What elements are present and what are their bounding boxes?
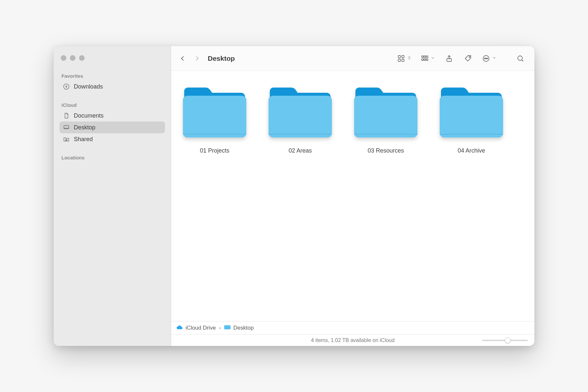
folder-label: 04 Archive [458,147,485,154]
sidebar-section-favorites: Favorites [59,73,165,81]
path-segment-icloud[interactable]: iCloud Drive [176,325,216,331]
window-title: Desktop [208,55,235,62]
folder-label: 02 Areas [288,147,312,154]
document-icon [63,112,70,119]
svg-rect-24 [224,325,230,329]
minimize-window-button[interactable] [70,55,75,61]
main-pane: Desktop [171,46,534,346]
status-text: 4 items, 1.02 TB available on iCloud [311,337,395,343]
svg-rect-6 [402,59,404,61]
sidebar-item-label: Shared [74,136,93,143]
slider-knob[interactable] [505,337,511,343]
folder-icon [267,85,334,141]
desktop-small-icon [224,325,231,331]
zoom-window-button[interactable] [79,55,85,61]
window-controls [59,53,165,61]
chevron-right-icon: › [219,325,221,331]
close-window-button[interactable] [61,55,66,61]
folder-label: 03 Resources [368,147,404,154]
sidebar-item-documents[interactable]: Documents [59,110,165,122]
folder-item[interactable]: 01 Projects [181,85,248,154]
svg-rect-11 [424,59,426,60]
sidebar-section-locations: Locations [59,155,165,162]
svg-point-14 [469,57,470,57]
folder-icon [438,85,505,141]
svg-rect-20 [183,96,246,138]
svg-point-17 [486,58,487,59]
forward-button[interactable] [192,54,202,63]
path-segment-label: iCloud Drive [186,325,216,331]
folder-icon [352,85,419,141]
svg-rect-8 [424,56,426,57]
tags-button[interactable] [463,54,473,63]
path-bar: iCloud Drive › Desktop [171,321,534,334]
svg-point-19 [518,56,522,60]
svg-point-18 [487,58,488,59]
sidebar-item-desktop[interactable]: Desktop [59,122,165,133]
download-icon [63,83,70,90]
svg-rect-7 [422,56,423,57]
chevron-down-icon [492,56,497,61]
group-by-button[interactable] [421,55,435,62]
folder-icon [181,85,248,141]
folder-item[interactable]: 02 Areas [267,85,334,154]
view-mode-button[interactable] [397,55,412,62]
sidebar: Favorites Downloads iCloud Documents Des… [54,46,171,346]
updown-icon [407,56,412,61]
svg-rect-23 [440,96,503,138]
svg-rect-5 [398,59,400,61]
svg-rect-9 [426,56,428,57]
svg-rect-22 [354,96,417,138]
folder-item[interactable]: 03 Resources [352,85,419,154]
icloud-icon [176,325,183,331]
finder-window: Favorites Downloads iCloud Documents Des… [54,46,534,346]
more-actions-button[interactable] [482,55,497,62]
svg-rect-21 [269,96,332,138]
svg-rect-4 [402,56,404,58]
path-segment-label: Desktop [233,325,253,331]
toolbar: Desktop [171,46,534,71]
sidebar-item-label: Desktop [74,124,95,131]
sidebar-item-shared[interactable]: Shared [59,133,165,145]
sidebar-item-downloads[interactable]: Downloads [59,81,165,92]
folder-label: 01 Projects [200,147,229,154]
icon-grid: 01 Projects 02 Areas 03 Resources 04 Arc… [171,71,534,321]
share-button[interactable] [444,54,454,63]
svg-rect-12 [426,59,428,60]
status-bar: 4 items, 1.02 TB available on iCloud [171,334,534,346]
svg-point-16 [484,58,485,59]
path-segment-desktop[interactable]: Desktop [224,325,253,331]
chevron-down-icon [431,56,435,61]
shared-folder-icon [63,136,70,143]
search-button[interactable] [515,54,525,63]
sidebar-item-label: Documents [74,112,104,119]
desktop-icon [63,124,70,131]
sidebar-section-icloud: iCloud [59,102,165,110]
svg-rect-3 [398,56,400,58]
folder-item[interactable]: 04 Archive [438,85,505,154]
svg-rect-10 [422,59,423,60]
icon-size-slider[interactable] [482,340,528,341]
back-button[interactable] [178,54,188,63]
sidebar-item-label: Downloads [74,83,103,90]
